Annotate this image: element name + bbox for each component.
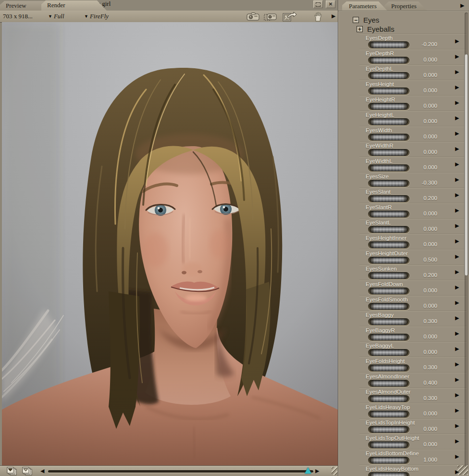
tree-item-label[interactable]: Eyes [363,16,379,24]
parameter-value[interactable]: -0.200 [410,41,437,47]
render-area-select-icon[interactable] [263,12,278,22]
parameter-value[interactable]: 0.000 [410,288,437,293]
expand-icon[interactable]: + [357,26,363,32]
dial-knurl[interactable] [370,411,408,417]
parameter-dial[interactable] [368,241,409,249]
parameter-dial[interactable] [368,164,409,172]
render-compare-main-icon[interactable] [6,467,18,476]
dial-knurl[interactable] [370,211,408,217]
parameter-dial[interactable] [368,380,409,387]
dial-knurl[interactable] [370,180,408,187]
panel-flyout-icon[interactable]: ▶ [460,2,464,9]
dial-knurl[interactable] [370,319,408,325]
parameter-flyout-icon[interactable]: ▶ [455,392,459,398]
parameter-dial[interactable] [368,149,409,156]
dial-knurl[interactable] [370,42,408,48]
parameter-flyout-icon[interactable]: ▶ [455,330,459,337]
dial-knurl[interactable] [370,150,408,156]
panel-resize-grip[interactable] [457,465,468,475]
dial-knurl[interactable] [370,273,408,279]
parameter-flyout-icon[interactable]: ▶ [455,176,459,183]
tree-item-label[interactable]: Eyeballs [367,25,395,33]
dial-knurl[interactable] [370,334,408,340]
parameter-value[interactable]: 0.200 [410,195,437,201]
dial-knurl[interactable] [370,257,408,263]
parameter-dial[interactable] [368,211,409,218]
pan-hand-icon[interactable] [313,12,323,22]
panel-scrollbar-thumb[interactable] [464,54,469,276]
dial-knurl[interactable] [370,396,408,402]
parameter-flyout-icon[interactable]: ▶ [455,69,459,75]
parameter-value[interactable]: 0.300 [410,395,437,401]
parameter-value[interactable]: 0.000 [410,226,437,232]
parameter-flyout-icon[interactable]: ▶ [455,207,459,213]
parameter-value[interactable]: 0.000 [410,57,437,63]
dial-knurl[interactable] [370,473,408,476]
parameter-dial[interactable] [368,426,409,433]
dial-knurl[interactable] [370,380,408,387]
dial-knurl[interactable] [370,442,408,448]
parameter-flyout-icon[interactable]: ▶ [455,253,459,260]
parameter-flyout-icon[interactable]: ▶ [455,115,459,121]
parameter-value[interactable]: 0.400 [410,380,437,386]
parameter-value[interactable]: -0.300 [410,180,437,186]
dial-knurl[interactable] [370,365,408,371]
parameter-dial[interactable] [368,103,409,110]
dial-knurl[interactable] [370,119,408,125]
parameter-flyout-icon[interactable]: ▶ [455,438,459,444]
horizontal-scrollbar[interactable] [48,470,313,473]
render-size-dropdown[interactable]: ▼Full [48,13,64,20]
parameter-value[interactable]: 0.000 [410,303,437,309]
parameter-dial[interactable] [368,88,409,95]
parameter-value[interactable]: 0.300 [410,318,437,324]
parameter-dial[interactable] [368,72,409,79]
dial-knurl[interactable] [370,226,408,233]
dial-knurl[interactable] [370,242,408,248]
dial-knurl[interactable] [370,103,408,110]
parameter-flyout-icon[interactable]: ▶ [455,53,459,60]
parameter-dial[interactable] [368,180,409,187]
maximize-button[interactable] [313,0,323,8]
parameter-value[interactable]: 0.500 [410,257,437,263]
parameter-dial[interactable] [368,457,409,464]
render-engine-dropdown[interactable]: ▼FireFly [84,13,109,20]
parameter-value[interactable]: 0.000 [410,72,437,78]
parameter-value[interactable]: 1.000 [410,457,437,463]
parameter-value[interactable]: 0.000 [410,426,437,432]
parameter-dial[interactable] [368,226,409,233]
tab-properties[interactable]: Properties [384,1,427,11]
parameter-dial[interactable] [368,272,409,279]
parameter-flyout-icon[interactable]: ▶ [455,346,459,352]
parameter-dial[interactable] [368,364,409,372]
parameter-value[interactable]: 0.000 [410,88,437,93]
parameter-flyout-icon[interactable]: ▶ [455,315,459,321]
scroll-left-icon[interactable]: ◀ [40,468,44,474]
parameter-flyout-icon[interactable]: ▶ [455,100,459,106]
dial-knurl[interactable] [370,303,408,310]
parameter-value[interactable]: 0.000 [410,211,437,216]
close-button[interactable]: ✕ [326,0,335,8]
parameter-dial[interactable] [368,257,409,264]
dial-knurl[interactable] [370,350,408,356]
parameter-dial[interactable] [368,303,409,310]
scroll-right-icon[interactable]: ▶ [315,468,319,474]
parameter-flyout-icon[interactable]: ▶ [455,146,459,152]
render-compare-alt-icon[interactable] [21,467,34,476]
parameter-flyout-icon[interactable]: ▶ [455,423,459,429]
render-camera-icon[interactable] [246,12,260,22]
parameter-flyout-icon[interactable]: ▶ [455,38,459,44]
parameter-flyout-icon[interactable]: ▶ [455,130,459,137]
parameter-value[interactable]: 0.000 [410,241,437,247]
parameter-value[interactable]: 0.000 [410,441,437,447]
render-resolution-label[interactable]: 703 x 918... [3,13,33,20]
parameter-dial[interactable] [368,334,409,341]
tab-render[interactable]: Render [41,0,107,11]
dial-knurl[interactable] [370,457,408,463]
parameter-dial[interactable] [368,118,409,125]
collapse-icon[interactable]: − [353,17,359,23]
parameter-flyout-icon[interactable]: ▶ [455,407,459,413]
dial-knurl[interactable] [370,196,408,202]
parameter-dial[interactable] [368,41,409,49]
parameter-value[interactable]: 0.000 [410,349,437,355]
parameter-dial[interactable] [368,395,409,402]
